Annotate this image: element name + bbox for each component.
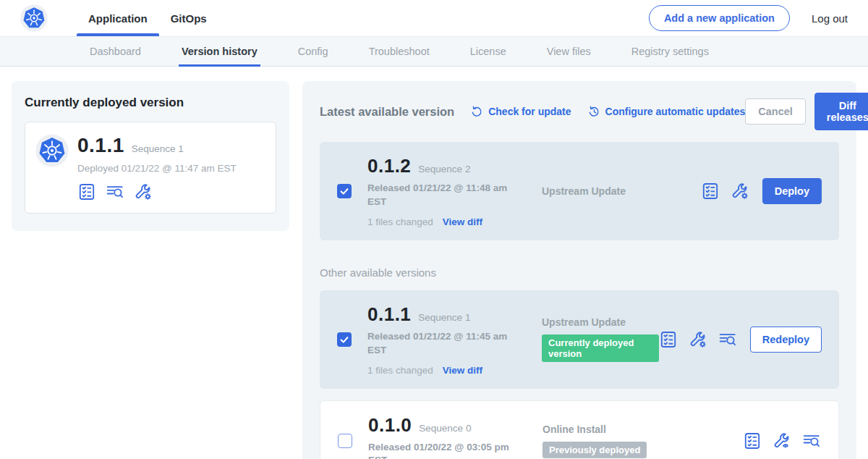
version-row-0-1-2: 0.1.2 Sequence 2 Released 01/21/22 @ 11:… — [320, 142, 839, 240]
subnav-tab-license[interactable]: License — [470, 37, 506, 66]
deployed-timestamp: Deployed 01/21/22 @ 11:47 am EST — [77, 163, 237, 174]
subnav-tab-dashboard[interactable]: Dashboard — [90, 37, 141, 66]
scheduled-update-icon — [587, 105, 601, 119]
version-number: 0.1.1 — [367, 303, 411, 326]
version-history-panel: Latest available version Check for updat… — [302, 81, 856, 459]
release-notes-search-icon[interactable] — [106, 182, 124, 201]
currently-deployed-title: Currently deployed version — [25, 96, 276, 110]
preflight-checklist-icon[interactable] — [77, 182, 96, 201]
deployed-sequence-label: Sequence 1 — [132, 143, 184, 154]
top-nav-tabs: Application GitOps — [77, 0, 218, 36]
version-source-label: Online Install — [542, 424, 606, 435]
preflight-checklist-icon[interactable] — [701, 182, 720, 201]
preflight-checklist-icon[interactable] — [659, 330, 678, 349]
configure-automatic-updates-link[interactable]: Configure automatic updates — [587, 105, 746, 119]
released-timestamp: Released 01/20/22 @ 03:05 pm EST — [368, 441, 509, 459]
release-notes-search-icon[interactable] — [802, 431, 821, 450]
deployed-version-box: 0.1.1 Sequence 1 Deployed 01/21/22 @ 11:… — [25, 122, 276, 214]
config-edit-icon[interactable] — [731, 182, 749, 201]
subnav-tab-troubleshoot[interactable]: Troubleshoot — [369, 37, 430, 66]
view-diff-link[interactable]: View diff — [443, 216, 482, 227]
subnav-tab-registry-settings[interactable]: Registry settings — [631, 37, 709, 66]
sequence-label: Sequence 1 — [418, 312, 470, 323]
subnav-tab-view-files[interactable]: View files — [547, 37, 591, 66]
sequence-label: Sequence 2 — [418, 164, 470, 174]
app-kubernetes-icon — [35, 134, 69, 167]
subnav-tab-version-history[interactable]: Version history — [182, 37, 258, 66]
version-source-label: Upstream Update — [542, 316, 626, 328]
config-edit-icon[interactable] — [689, 330, 707, 349]
version-checkbox[interactable] — [338, 434, 352, 448]
files-changed-label: 1 files changed — [367, 216, 433, 227]
other-available-versions-title: Other available versions — [320, 266, 839, 279]
redeploy-button[interactable]: Redeploy — [750, 327, 822, 353]
logout-button[interactable]: Log out — [812, 12, 848, 25]
sequence-label: Sequence 0 — [419, 423, 471, 434]
subnav-tab-config[interactable]: Config — [298, 37, 328, 66]
view-diff-link[interactable]: View diff — [443, 365, 482, 376]
deployed-version-number: 0.1.1 — [77, 134, 124, 157]
config-view-icon[interactable] — [773, 431, 791, 450]
currently-deployed-badge: Currently deployed version — [542, 334, 659, 362]
tab-gitops[interactable]: GitOps — [159, 0, 218, 36]
version-checkbox[interactable] — [337, 332, 352, 347]
latest-available-header: Latest available version Check for updat… — [320, 93, 839, 130]
cancel-button[interactable]: Cancel — [745, 98, 806, 125]
main-content: Currently deployed version 0.1.1 Sequenc… — [0, 67, 868, 459]
version-source-label: Upstream Update — [542, 185, 626, 197]
check-for-update-link[interactable]: Check for update — [470, 105, 571, 119]
released-timestamp: Released 01/21/22 @ 11:48 am EST — [367, 182, 509, 209]
check-for-update-label: Check for update — [488, 106, 571, 117]
version-number: 0.1.2 — [367, 155, 411, 177]
version-checkbox[interactable] — [337, 184, 352, 198]
latest-available-title: Latest available version — [320, 105, 454, 119]
app-sub-nav: Dashboard Version history Config Trouble… — [0, 36, 868, 67]
tab-application[interactable]: Application — [77, 0, 159, 36]
deploy-button[interactable]: Deploy — [762, 178, 822, 204]
preflight-checklist-icon[interactable] — [743, 431, 762, 450]
top-nav: Application GitOps Add a new application… — [0, 0, 868, 36]
release-notes-search-icon[interactable] — [718, 330, 737, 349]
version-row-0-1-1: 0.1.1 Sequence 1 Released 01/21/22 @ 11:… — [320, 290, 839, 389]
kubernetes-logo-icon — [20, 4, 48, 32]
diff-releases-button[interactable]: Diff releases — [814, 93, 868, 130]
config-edit-icon[interactable] — [134, 182, 153, 201]
refresh-icon — [470, 105, 484, 119]
add-new-application-button[interactable]: Add a new application — [649, 5, 790, 31]
version-row-0-1-0: 0.1.0 Sequence 0 Released 01/20/22 @ 03:… — [320, 400, 839, 459]
version-number: 0.1.0 — [368, 414, 412, 437]
previously-deployed-badge: Previously deployed — [542, 442, 647, 458]
files-changed-label: 1 files changed — [367, 365, 433, 376]
currently-deployed-card: Currently deployed version 0.1.1 Sequenc… — [12, 81, 289, 231]
released-timestamp: Released 01/21/22 @ 11:45 am EST — [367, 330, 509, 358]
configure-automatic-updates-label: Configure automatic updates — [605, 106, 746, 117]
